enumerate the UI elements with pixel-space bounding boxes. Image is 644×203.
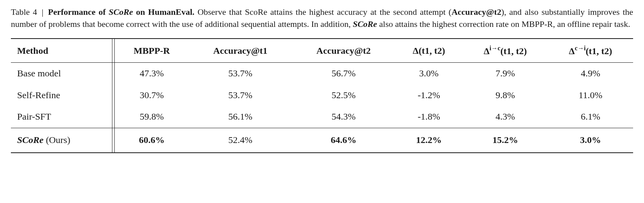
- table-row: Self-Refine 30.7% 53.7% 52.5% -1.2% 9.8%…: [11, 85, 633, 106]
- cell-delta-ic: 9.8%: [463, 85, 548, 106]
- caption-acc-t2: Accuracy@t2: [452, 7, 501, 17]
- cell-acc-t2: 56.7%: [292, 63, 395, 85]
- table-row: SCoRe (Ours) 60.6% 52.4% 64.6% 12.2% 15.…: [11, 128, 633, 152]
- table-header-row: Method MBPP-R Accuracy@t1 Accuracy@t2 Δ(…: [11, 39, 633, 63]
- caption-model-again: SCoRe: [353, 19, 377, 29]
- cell-mbpp-r: 59.8%: [115, 106, 189, 128]
- cell-acc-t2: 64.6%: [292, 128, 395, 152]
- cell-acc-t1: 53.7%: [189, 85, 292, 106]
- cell-delta-ci: 6.1%: [548, 106, 633, 128]
- cell-delta-ic: 4.3%: [463, 106, 548, 128]
- cell-method: SCoRe (Ours): [11, 128, 115, 152]
- cell-acc-t2: 54.3%: [292, 106, 395, 128]
- cell-method: Self-Refine: [11, 85, 115, 106]
- cell-mbpp-r: 60.6%: [115, 128, 189, 152]
- col-delta: Δ(t1, t2): [395, 39, 463, 63]
- cell-delta: 12.2%: [395, 128, 463, 152]
- table-row: Pair-SFT 59.8% 56.1% 54.3% -1.8% 4.3% 6.…: [11, 106, 633, 128]
- caption-title: Performance of SCoRe on HumanEval.: [48, 7, 194, 17]
- caption-separator: |: [42, 7, 43, 17]
- cell-delta: -1.8%: [395, 106, 463, 128]
- cell-mbpp-r: 47.3%: [115, 63, 189, 85]
- cell-acc-t2: 52.5%: [292, 85, 395, 106]
- col-acc-t2: Accuracy@t2: [292, 39, 395, 63]
- cell-delta-ci: 11.0%: [548, 85, 633, 106]
- table-caption: Table 4 | Performance of SCoRe on HumanE…: [11, 6, 633, 30]
- table-label: Table 4: [11, 7, 37, 17]
- cell-delta-ci: 3.0%: [548, 128, 633, 152]
- cell-delta: 3.0%: [395, 63, 463, 85]
- cell-delta-ci: 4.9%: [548, 63, 633, 85]
- col-acc-t1: Accuracy@t1: [189, 39, 292, 63]
- caption-body-3: also attains the highest correction rate…: [377, 19, 630, 29]
- cell-delta-ic: 7.9%: [463, 63, 548, 85]
- cell-method: Base model: [11, 63, 115, 85]
- col-delta-ic: Δi→c(t1, t2): [463, 39, 548, 63]
- caption-body-1: Observe that ScoRe attains the highest a…: [194, 7, 452, 17]
- cell-method: Pair-SFT: [11, 106, 115, 128]
- col-delta-ci: Δc→i(t1, t2): [548, 39, 633, 63]
- cell-delta: -1.2%: [395, 85, 463, 106]
- col-mbpp-r: MBPP-R: [115, 39, 189, 63]
- cell-acc-t1: 53.7%: [189, 63, 292, 85]
- col-method: Method: [11, 39, 115, 63]
- cell-acc-t1: 52.4%: [189, 128, 292, 152]
- table-row: Base model 47.3% 53.7% 56.7% 3.0% 7.9% 4…: [11, 63, 633, 85]
- cell-acc-t1: 56.1%: [189, 106, 292, 128]
- cell-mbpp-r: 30.7%: [115, 85, 189, 106]
- cell-delta-ic: 15.2%: [463, 128, 548, 152]
- results-table: Method MBPP-R Accuracy@t1 Accuracy@t2 Δ(…: [11, 38, 633, 153]
